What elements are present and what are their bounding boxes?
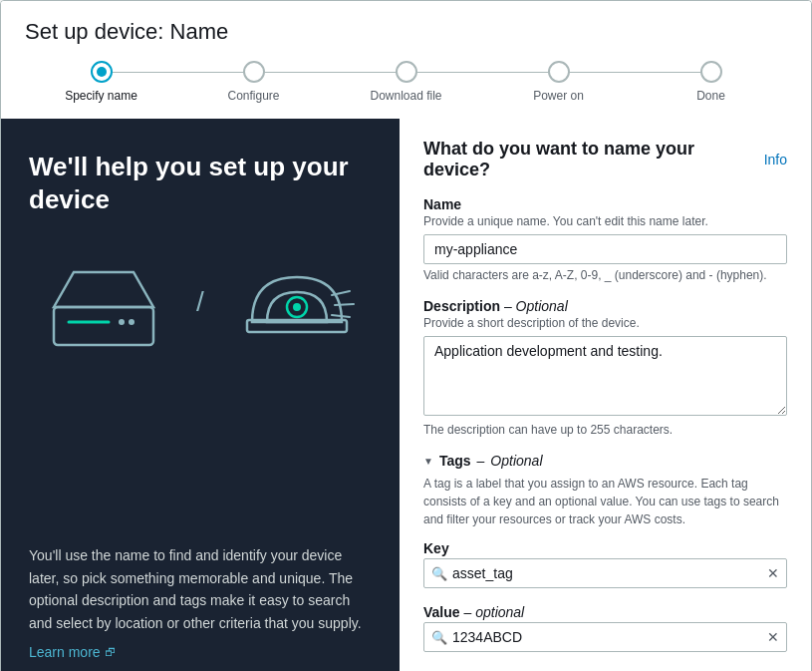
key-field-group: Key 🔍 ✕ — [423, 540, 787, 588]
page-title: Set up device: Name — [25, 19, 787, 45]
learn-more-link[interactable]: Learn more 🗗 — [29, 644, 116, 660]
step-label-5: Done — [696, 89, 725, 103]
device-illustration-2 — [232, 247, 362, 357]
name-input[interactable] — [423, 234, 787, 264]
left-panel-description: You'll use the name to find and identify… — [29, 544, 372, 634]
step-circle-4 — [548, 61, 570, 83]
svg-point-6 — [293, 303, 301, 311]
tags-description: A tag is a label that you assign to an A… — [423, 475, 787, 528]
external-link-icon: 🗗 — [105, 646, 116, 658]
value-field-group: Value – optional 🔍 ✕ — [423, 604, 787, 652]
window-header: Set up device: Name Specify name Configu… — [1, 1, 811, 119]
device-illustration: / — [29, 247, 372, 357]
left-panel-title: We'll help you set up your device — [29, 151, 372, 215]
svg-rect-0 — [54, 307, 153, 345]
svg-point-3 — [129, 319, 135, 325]
key-input-wrapper: 🔍 ✕ — [423, 558, 787, 588]
tags-section: ▼ Tags – Optional A tag is a label that … — [423, 453, 787, 652]
slash-divider: / — [196, 286, 204, 318]
form-question: What do you want to name your device? In… — [423, 139, 787, 180]
right-panel: What do you want to name your device? In… — [400, 119, 811, 671]
value-clear-icon[interactable]: ✕ — [767, 629, 779, 645]
device-illustration-1 — [39, 247, 168, 357]
svg-line-9 — [332, 315, 350, 317]
main-content: We'll help you set up your device — [1, 119, 811, 671]
svg-point-2 — [119, 319, 125, 325]
info-link[interactable]: Info — [764, 152, 787, 168]
step-label-1: Specify name — [65, 89, 137, 103]
description-char-limit: The description can have up to 255 chara… — [423, 423, 787, 437]
step-circle-2 — [243, 61, 265, 83]
form-question-text: What do you want to name your device? — [423, 139, 756, 180]
step-line-4 — [559, 72, 711, 73]
step-circle-3 — [396, 61, 417, 83]
key-label: Key — [423, 540, 787, 556]
svg-line-8 — [335, 304, 354, 305]
step-label-2: Configure — [227, 89, 279, 103]
key-input[interactable] — [423, 558, 787, 588]
name-field-label: Name — [423, 196, 787, 212]
step-line-1 — [102, 72, 254, 73]
step-label-4: Power on — [533, 89, 584, 103]
name-field-group: Name Provide a unique name. You can't ed… — [423, 196, 787, 282]
step-download-file: Download file — [330, 61, 482, 103]
step-done: Done — [635, 61, 787, 103]
key-search-icon: 🔍 — [431, 566, 447, 581]
value-search-icon: 🔍 — [431, 630, 447, 645]
tags-header[interactable]: ▼ Tags – Optional — [423, 453, 787, 469]
step-line-3 — [406, 72, 559, 73]
step-configure: Configure — [177, 61, 330, 103]
description-field-hint: Provide a short description of the devic… — [423, 316, 787, 330]
step-line-2 — [254, 72, 406, 73]
value-input-wrapper: 🔍 ✕ — [423, 622, 787, 652]
name-valid-chars: Valid characters are a-z, A-Z, 0-9, _ (u… — [423, 268, 787, 282]
step-power-on: Power on — [482, 61, 635, 103]
value-label: Value – optional — [423, 604, 787, 620]
step-label-3: Download file — [370, 89, 441, 103]
value-input[interactable] — [423, 622, 787, 652]
stepper: Specify name Configure Download file Pow… — [25, 61, 787, 119]
key-clear-icon[interactable]: ✕ — [767, 565, 779, 581]
name-field-hint: Provide a unique name. You can't edit th… — [423, 214, 787, 228]
description-field-group: Description – Optional Provide a short d… — [423, 298, 787, 437]
description-textarea[interactable] — [423, 336, 787, 416]
chevron-down-icon: ▼ — [423, 456, 433, 467]
description-field-label: Description – Optional — [423, 298, 787, 314]
left-panel: We'll help you set up your device — [1, 119, 400, 671]
step-circle-1 — [91, 61, 113, 83]
step-circle-5 — [700, 61, 722, 83]
setup-window: Set up device: Name Specify name Configu… — [0, 0, 812, 671]
step-specify-name: Specify name — [25, 61, 177, 103]
